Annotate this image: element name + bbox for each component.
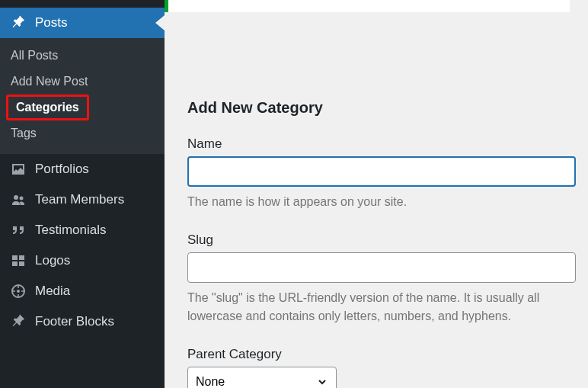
- sidebar-item-logos[interactable]: Logos: [0, 245, 165, 276]
- slug-input[interactable]: [187, 252, 576, 283]
- field-parent: Parent Category None: [187, 347, 573, 388]
- name-input[interactable]: [187, 156, 576, 187]
- main-content: Add New Category Name The name is how it…: [165, 0, 588, 388]
- sidebar-item-portfolios[interactable]: Portfolios: [0, 154, 165, 184]
- sidebar-item-posts[interactable]: Posts: [0, 8, 165, 38]
- sidebar-item-testimonials[interactable]: Testimonials: [0, 215, 165, 245]
- name-help: The name is how it appears on your site.: [187, 193, 573, 211]
- sidebar-label: Media: [35, 284, 70, 299]
- submenu-add-new-post[interactable]: Add New Post: [0, 69, 165, 95]
- sidebar-item-team-members[interactable]: Team Members: [0, 184, 165, 215]
- svg-point-1: [20, 197, 24, 200]
- grid-icon: [9, 253, 27, 268]
- submenu-all-posts[interactable]: All Posts: [0, 43, 165, 69]
- svg-point-7: [17, 290, 20, 293]
- field-slug: Slug The "slug" is the URL-friendly vers…: [187, 232, 573, 325]
- sidebar-label: Portfolios: [35, 162, 89, 177]
- sidebar-item-footer-blocks[interactable]: Footer Blocks: [0, 306, 165, 337]
- svg-point-0: [14, 195, 18, 200]
- admin-sidebar: Posts All Posts Add New Post Categories …: [0, 0, 165, 388]
- submenu-categories[interactable]: Categories: [6, 95, 89, 120]
- svg-rect-4: [12, 261, 18, 266]
- sidebar-label: Testimonials: [35, 223, 107, 238]
- quote-icon: [9, 223, 27, 238]
- chevron-down-icon: [316, 376, 328, 388]
- sidebar-label: Footer Blocks: [35, 314, 114, 329]
- parent-selected: None: [196, 375, 225, 388]
- media-icon: [9, 284, 27, 299]
- pin-icon: [9, 314, 27, 329]
- slug-label: Slug: [187, 232, 573, 248]
- svg-rect-2: [12, 255, 18, 260]
- slug-help: The "slug" is the URL-friendly version o…: [187, 289, 573, 325]
- notice-bar: [165, 0, 570, 12]
- svg-rect-3: [19, 255, 24, 260]
- sidebar-label: Team Members: [35, 192, 124, 207]
- sidebar-item-media[interactable]: Media: [0, 276, 165, 306]
- sidebar-gap: [0, 0, 165, 8]
- pin-icon: [9, 15, 27, 30]
- submenu-posts: All Posts Add New Post Categories Tags: [0, 38, 165, 154]
- field-name: Name The name is how it appears on your …: [187, 136, 573, 211]
- users-icon: [9, 192, 27, 207]
- submenu-tags[interactable]: Tags: [0, 120, 165, 146]
- sidebar-label: Posts: [35, 15, 68, 30]
- parent-select[interactable]: None: [187, 367, 337, 388]
- name-label: Name: [187, 136, 573, 152]
- sidebar-label: Logos: [35, 253, 70, 268]
- svg-rect-5: [19, 261, 24, 266]
- add-category-form: Add New Category Name The name is how it…: [187, 99, 573, 388]
- image-icon: [9, 162, 27, 177]
- page-title: Add New Category: [187, 99, 573, 117]
- parent-label: Parent Category: [187, 347, 573, 362]
